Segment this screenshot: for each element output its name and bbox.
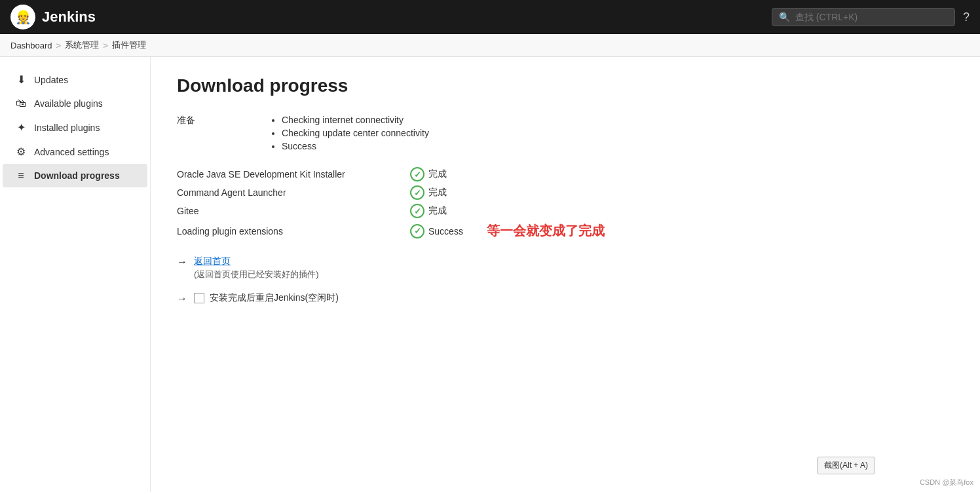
status-0: ✓ 完成 [410, 167, 447, 181]
restart-row: → 安装完成后重启Jenkins(空闲时) [177, 292, 954, 305]
breadcrumb-dashboard[interactable]: Dashboard [10, 41, 52, 50]
sidebar-item-available-plugins[interactable]: 🛍 Available plugins [3, 92, 147, 115]
annotation-text: 等一会就变成了完成 [487, 222, 605, 240]
arrow-icon-1: → [177, 293, 187, 305]
main-content: Download progress 准备 Checking internet c… [151, 57, 980, 492]
watermark: CSDN @菜鸟fox [920, 478, 973, 487]
sidebar-label-advanced-settings: Advanced settings [34, 147, 109, 157]
plugin-name-1: Command Agent Launcher [177, 187, 400, 198]
breadcrumb: Dashboard > 系统管理 > 插件管理 [0, 34, 980, 57]
checklist: Checking internet connectivity Checking … [269, 115, 429, 154]
search-input[interactable] [795, 12, 948, 22]
app-header: 👷 Jenkins 🔍 ? [0, 0, 980, 34]
checklist-item-2: Success [282, 141, 429, 151]
app-title: Jenkins [42, 9, 96, 26]
status-1: ✓ 完成 [410, 185, 447, 200]
sidebar-label-updates: Updates [34, 75, 68, 85]
plugin-name-0: Oracle Java SE Development Kit Installer [177, 169, 400, 180]
plugin-list: Oracle Java SE Development Kit Installer… [177, 167, 954, 240]
back-home-link[interactable]: 返回首页 [194, 256, 319, 267]
back-home-block: 返回首页 (返回首页使用已经安装好的插件) [194, 256, 319, 280]
back-home-sub: (返回首页使用已经安装好的插件) [194, 269, 319, 280]
checklist-item-0: Checking internet connectivity [282, 115, 429, 125]
restart-label: 安装完成后重启Jenkins(空闲时) [210, 292, 339, 304]
back-home-row: → 返回首页 (返回首页使用已经安装好的插件) [177, 256, 954, 280]
table-row: Loading plugin extensions ✓ Success 等一会就… [177, 222, 954, 240]
action-section: → 返回首页 (返回首页使用已经安装好的插件) → 安装完成后重启Jenkins… [177, 256, 954, 305]
check-icon-0: ✓ [410, 167, 424, 181]
sidebar-label-installed-plugins: Installed plugins [34, 123, 100, 133]
search-icon: 🔍 [779, 12, 790, 22]
sidebar: ⬇ Updates 🛍 Available plugins ✦ Installe… [0, 57, 151, 492]
header-right: 🔍 ? [772, 8, 970, 26]
checklist-item-1: Checking update center connectivity [282, 128, 429, 138]
status-label-3: Success [428, 226, 463, 237]
help-button[interactable]: ? [963, 10, 970, 24]
arrow-icon-0: → [177, 256, 187, 268]
prep-label: 准备 [177, 115, 229, 126]
jenkins-logo-icon: 👷 [10, 5, 35, 29]
screenshot-button[interactable]: 截图(Alt + A) [817, 457, 875, 474]
page-title: Download progress [177, 75, 954, 96]
installed-plugins-icon: ✦ [14, 121, 28, 134]
table-row: Oracle Java SE Development Kit Installer… [177, 167, 954, 181]
sidebar-label-download-progress: Download progress [34, 170, 120, 181]
check-icon-1: ✓ [410, 185, 424, 200]
available-plugins-icon: 🛍 [14, 98, 28, 109]
status-label-1: 完成 [428, 187, 447, 199]
updates-icon: ⬇ [14, 73, 28, 86]
restart-checkbox-row: 安装完成后重启Jenkins(空闲时) [194, 292, 339, 304]
table-row: Gitee ✓ 完成 [177, 204, 954, 218]
sidebar-label-available-plugins: Available plugins [34, 98, 103, 109]
sidebar-item-installed-plugins[interactable]: ✦ Installed plugins [3, 115, 147, 140]
check-icon-2: ✓ [410, 204, 424, 218]
logo-area: 👷 Jenkins [10, 5, 96, 29]
download-progress-icon: ≡ [14, 170, 28, 181]
search-bar[interactable]: 🔍 [772, 8, 955, 26]
breadcrumb-sep-1: > [56, 41, 62, 50]
sidebar-item-advanced-settings[interactable]: ⚙ Advanced settings [3, 140, 147, 164]
sidebar-item-updates[interactable]: ⬇ Updates [3, 67, 147, 92]
check-icon-3: ✓ [410, 224, 424, 238]
sidebar-item-download-progress[interactable]: ≡ Download progress [3, 164, 147, 187]
breadcrumb-system-mgmt[interactable]: 系统管理 [65, 39, 99, 51]
status-2: ✓ 完成 [410, 204, 447, 218]
table-row: Command Agent Launcher ✓ 完成 [177, 185, 954, 200]
plugin-name-2: Gitee [177, 206, 400, 216]
jenkins-emoji: 👷 [15, 9, 31, 25]
preparation-section: 准备 Checking internet connectivity Checki… [177, 115, 954, 154]
plugin-name-3: Loading plugin extensions [177, 226, 400, 237]
breadcrumb-sep-2: > [103, 41, 108, 50]
main-layout: ⬇ Updates 🛍 Available plugins ✦ Installe… [0, 57, 980, 492]
status-3: ✓ Success [410, 224, 463, 238]
restart-checkbox[interactable] [194, 293, 204, 303]
status-label-0: 完成 [428, 168, 447, 180]
status-label-2: 完成 [428, 205, 447, 217]
advanced-settings-icon: ⚙ [14, 145, 28, 158]
breadcrumb-plugin-mgmt[interactable]: 插件管理 [112, 39, 146, 51]
